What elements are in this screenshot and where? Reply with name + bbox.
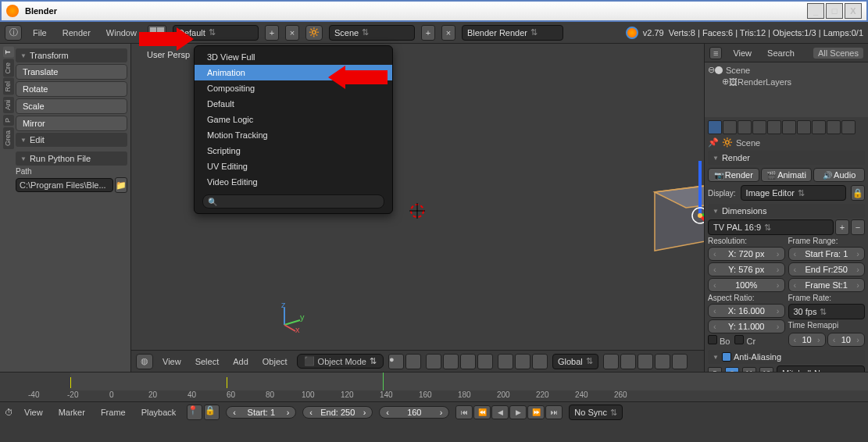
crop-checkbox[interactable] [734, 335, 744, 344]
render-animation-button[interactable]: 🎬Animati [761, 168, 813, 182]
prop-tab-constraints[interactable] [782, 120, 796, 134]
display-lock-icon[interactable]: 🔒 [851, 185, 865, 201]
orientation-dropdown[interactable]: Global⇅ [552, 354, 598, 369]
browse-path-icon[interactable]: 📁 [115, 177, 127, 193]
rotate-button[interactable]: Rotate [16, 81, 127, 97]
res-x-field[interactable]: ‹X: 720 px› [708, 247, 785, 261]
toolshelf-tab-phy[interactable]: P [3, 115, 14, 126]
prop-tab-layers[interactable] [723, 120, 737, 134]
toolshelf-tab-rel[interactable]: Rel [3, 78, 14, 95]
fps-dropdown[interactable]: 30 fps⇅ [788, 304, 866, 319]
outliner-search[interactable]: Search [763, 48, 799, 58]
layout-search-input[interactable] [202, 194, 384, 209]
cube-object[interactable] [631, 161, 704, 301]
python-path-input[interactable]: C:\Program Files\Ble... [16, 178, 113, 192]
layout-item-default[interactable]: Default [195, 96, 392, 112]
toolshelf-tab-tools[interactable]: T [3, 47, 14, 58]
playhead[interactable] [383, 372, 384, 390]
menu-window[interactable]: Window [102, 28, 141, 37]
vp-menu-object[interactable]: Object [258, 357, 292, 366]
layout-item-game-logic[interactable]: Game Logic [195, 112, 392, 127]
outliner-item-renderlayers[interactable]: ⊕ 🖼 RenderLayers [708, 76, 865, 87]
outliner-filter-dropdown[interactable]: All Scenes [813, 48, 863, 59]
toolshelf-tab-grease[interactable]: Grea [3, 127, 14, 149]
end-frame-field[interactable]: ‹End Fr:250› [788, 262, 866, 276]
layout-item-3d-view-full[interactable]: 3D View Full [195, 49, 392, 65]
outliner-tree[interactable]: ⊖ Scene ⊕ 🖼 RenderLayers [705, 62, 868, 117]
res-pct-field[interactable]: ‹100%› [708, 278, 785, 292]
menu-file[interactable]: File [28, 28, 52, 37]
end-frame-spinner[interactable]: ‹End: 250› [302, 406, 373, 419]
play-reverse-button[interactable]: ◀ [491, 405, 509, 419]
prop-tab-scene[interactable] [738, 120, 752, 134]
panel-edit[interactable]: Edit [16, 133, 127, 147]
delete-screen-button[interactable]: × [285, 25, 299, 41]
start-frame-field[interactable]: ‹Start Fra: 1› [788, 247, 866, 261]
keyframe-marker[interactable] [227, 377, 227, 388]
next-keyframe-button[interactable]: ⏩ [527, 405, 545, 419]
layout-item-uv-editing[interactable]: UV Editing [195, 159, 392, 174]
timeline-canvas[interactable]: -40-200 204060 80100120 140160180 200220… [0, 372, 868, 402]
prop-tab-render[interactable] [708, 120, 722, 134]
timeline-editor-type-icon[interactable]: ⏱ [5, 408, 13, 417]
add-preset-button[interactable]: + [835, 219, 849, 235]
render-audio-button[interactable]: 🔊Audio [813, 168, 865, 182]
frame-step-field[interactable]: ‹Frame St:1› [788, 278, 866, 292]
prop-tab-material[interactable] [827, 120, 841, 134]
outliner-editor-type-icon[interactable]: ≡ [709, 47, 722, 59]
render-engine-dropdown[interactable]: Blender Render⇅ [462, 25, 563, 41]
aspect-y-field[interactable]: ‹Y: 11.000› [708, 319, 785, 333]
pin-icon[interactable]: 📌 [708, 137, 719, 148]
tl-menu-playback[interactable]: Playback [137, 408, 181, 417]
panel-transform[interactable]: Transform [16, 48, 127, 62]
border-checkbox[interactable] [708, 335, 717, 344]
minimize-button[interactable]: _ [807, 3, 824, 19]
remap-new-field[interactable]: ‹10› [827, 333, 865, 347]
tl-menu-view[interactable]: View [20, 408, 48, 417]
mode-dropdown[interactable]: ⬛ Object Mode ⇅ [297, 354, 384, 369]
prop-tab-world[interactable] [752, 120, 766, 134]
scene-field[interactable]: Scene⇅ [329, 25, 415, 41]
vp-menu-add[interactable]: Add [228, 357, 253, 366]
menu-render[interactable]: Render [58, 28, 95, 37]
translate-button[interactable]: Translate [16, 64, 127, 80]
tl-range-icons[interactable]: 📍🔒 [187, 405, 220, 420]
add-scene-button[interactable]: + [421, 25, 435, 41]
vp-menu-select[interactable]: Select [191, 357, 224, 366]
prop-tab-data[interactable] [812, 120, 826, 134]
toolshelf-tab-ani[interactable]: Ani [3, 97, 14, 113]
res-y-field[interactable]: ‹Y: 576 px› [708, 262, 785, 276]
jump-end-button[interactable]: ⏭ [545, 405, 563, 419]
panel-anti-aliasing[interactable]: Anti-Aliasing [708, 350, 865, 364]
tl-menu-frame[interactable]: Frame [96, 408, 130, 417]
scene-icon[interactable]: 🔆 [305, 25, 323, 41]
editor-type-icon[interactable]: ◍ [136, 354, 153, 369]
play-button[interactable]: ▶ [509, 405, 527, 419]
aspect-x-field[interactable]: ‹X: 16.000› [708, 304, 785, 318]
layout-item-scripting[interactable]: Scripting [195, 143, 392, 159]
remap-old-field[interactable]: ‹10› [788, 333, 826, 347]
properties-tabs[interactable] [708, 120, 865, 134]
scale-button[interactable]: Scale [16, 98, 127, 114]
start-frame-spinner[interactable]: ‹Start: 1› [226, 406, 296, 419]
aa-checkbox[interactable] [722, 352, 731, 362]
vp-menu-view[interactable]: View [158, 357, 186, 366]
prop-tab-object[interactable] [767, 120, 781, 134]
aa-filter-dropdown[interactable]: Mitchell-Ne... [777, 365, 865, 372]
layout-item-motion-tracking[interactable]: Motion Tracking [195, 127, 392, 143]
panel-dimensions[interactable]: Dimensions [708, 204, 865, 218]
panel-run-python[interactable]: Run Python File [16, 151, 127, 166]
crumb-scene[interactable]: Scene [736, 138, 760, 148]
remove-preset-button[interactable]: − [851, 219, 865, 235]
prev-keyframe-button[interactable]: ⏪ [473, 405, 491, 419]
mirror-button[interactable]: Mirror [16, 116, 127, 131]
layout-item-video-editing[interactable]: Video Editing [195, 174, 392, 190]
outliner-view[interactable]: View [728, 48, 756, 58]
close-window-button[interactable]: X [845, 3, 862, 19]
panel-render[interactable]: Render [708, 151, 865, 165]
info-editor-type-icon[interactable]: ⓘ [5, 25, 22, 41]
toolshelf-tab-create[interactable]: Cre [3, 59, 14, 77]
shading-icons[interactable]: ● [388, 354, 421, 369]
display-dropdown[interactable]: Image Editor⇅ [741, 185, 846, 201]
delete-scene-button[interactable]: × [441, 25, 455, 41]
